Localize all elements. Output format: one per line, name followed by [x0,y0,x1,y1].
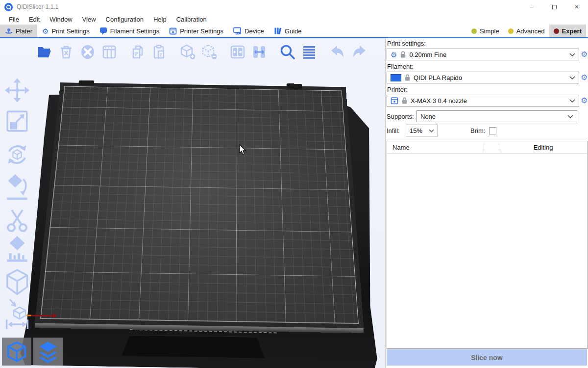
split-to-parts-button[interactable] [251,43,268,61]
view-mode-toggles [2,338,63,366]
move-tool-button[interactable] [3,77,31,104]
layers-preview-icon [36,340,60,364]
variable-layer-height-button[interactable] [301,43,318,61]
object-list-table: Name Editing [387,141,588,349]
infill-combo[interactable]: 15% [406,125,438,136]
printer-gear-button[interactable]: ⚙ [581,96,588,105]
scale-tool-button[interactable] [3,107,31,135]
delete-all-icon [80,44,96,60]
paste-icon [151,44,167,60]
chevron-down-icon [429,129,434,132]
mode-advanced[interactable]: Advanced [504,25,549,37]
preview-view-button[interactable] [33,338,63,366]
copy-button[interactable] [129,43,146,61]
menu-file[interactable]: File [4,16,24,23]
print-bed-grid [40,86,359,324]
distance-tool-button[interactable] [3,318,31,331]
delete-button[interactable] [58,43,74,61]
seam-painting-tool-button[interactable] [3,267,31,298]
tab-filament-settings[interactable]: Filament Settings [95,25,164,37]
split-to-objects-button[interactable] [229,43,246,61]
rotate-tool-button[interactable] [3,141,31,168]
printer-label: Printer: [387,86,587,94]
print-settings-gear-button[interactable]: ⚙ [581,50,588,59]
lock-icon [400,51,406,58]
cut-scissors-icon [5,209,29,233]
window-title: QIDISlicer-1.1.1 [17,3,58,10]
expert-dot-icon [554,28,559,34]
chevron-down-icon [569,76,575,79]
close-button[interactable]: ✕ [565,0,588,14]
redo-arrow-icon [351,44,367,60]
delete-all-button[interactable] [79,43,96,61]
column-editing: Editing [499,143,587,152]
arrange-button[interactable] [101,43,118,61]
tab-device[interactable]: Device [228,25,269,37]
printer-combo[interactable]: X-MAX 3 0.4 nozzle [387,95,579,106]
undo-button[interactable] [329,43,346,61]
filament-gear-button[interactable]: ⚙ [581,73,588,82]
trash-icon [59,44,74,60]
tab-plater[interactable]: Plater [0,25,37,37]
move-icon [5,78,29,103]
menu-edit[interactable]: Edit [24,16,45,23]
variable-layer-height-icon [301,44,317,60]
mode-simple[interactable]: Simple [467,25,504,37]
minimize-button[interactable]: – [520,0,543,14]
column-extruder [484,143,499,152]
brim-label: Brim: [470,127,485,134]
measure-tool-button[interactable] [3,297,31,321]
search-icon [279,44,296,60]
menu-window[interactable]: Window [45,16,77,23]
infill-label: Infill: [387,127,406,134]
3d-editor-cube-icon [5,341,28,363]
redo-button[interactable] [351,43,368,61]
title-bar: QIDISlicer-1.1.1 – ✕ [0,0,588,14]
filament-combo[interactable]: QIDI PLA Rapido [387,72,579,83]
mode-label: Expert [562,27,582,35]
tab-label: Device [245,27,264,35]
tab-label: Plater [16,27,32,35]
supports-combo[interactable]: None [416,110,577,122]
chevron-down-icon [569,53,575,56]
slice-now-button[interactable]: Slice now [387,349,587,366]
add-instance-button[interactable] [179,43,196,61]
printer-icon [169,27,177,35]
supports-label: Supports: [387,113,416,120]
tab-label: Filament Settings [110,27,159,35]
split-to-objects-icon [230,44,245,60]
tab-print-settings[interactable]: ⚙ Print Settings [37,25,95,37]
guide-icon [274,27,282,35]
filament-label: Filament: [387,63,587,71]
mouse-cursor [239,144,246,155]
bed-clip-right [287,83,302,89]
menu-help[interactable]: Help [148,16,172,23]
viewport-3d[interactable] [0,38,385,368]
maximize-icon [552,5,557,9]
paste-button[interactable] [151,43,168,61]
gear-icon: ⚙ [42,27,49,35]
mode-expert[interactable]: Expert [549,25,586,37]
menu-view[interactable]: View [77,16,101,23]
brim-checkbox[interactable] [489,127,496,134]
plater-icon [5,27,13,35]
editor-view-button[interactable] [2,338,31,366]
undo-arrow-icon [330,44,345,60]
search-button[interactable] [279,43,296,61]
tab-printer-settings[interactable]: Printer Settings [164,25,228,37]
maximize-button[interactable] [543,0,565,14]
tab-guide[interactable]: Guide [269,25,307,37]
open-button[interactable] [36,43,53,61]
place-on-face-tool-button[interactable] [3,172,31,203]
object-list-header: Name Editing [387,141,587,154]
print-settings-combo[interactable]: ⚙ 0.20mm Fine [387,49,579,60]
lock-icon [402,97,407,104]
support-painting-tool-button[interactable] [3,236,31,263]
remove-instance-button[interactable] [201,43,218,61]
menu-configuration[interactable]: Configuration [101,16,148,23]
cut-tool-button[interactable] [3,207,31,235]
mode-switcher: Simple Advanced Expert [467,25,588,37]
menu-calibration[interactable]: Calibration [172,16,212,23]
arrange-icon [101,44,117,60]
print-bed[interactable] [40,100,362,324]
